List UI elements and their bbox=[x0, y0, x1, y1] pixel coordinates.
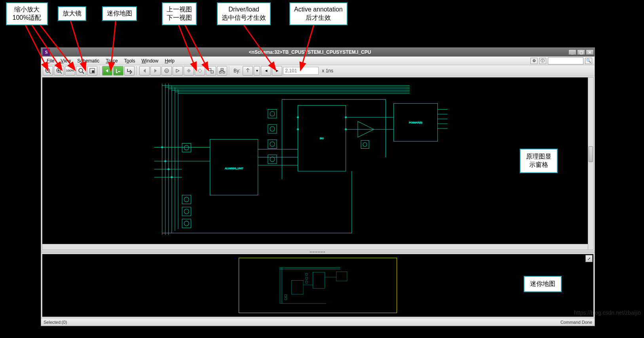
svg-rect-19 bbox=[92, 70, 94, 73]
callout-text: 迷你地图 bbox=[107, 10, 132, 17]
vertical-scrollbar[interactable] bbox=[588, 77, 593, 249]
callout-schematic-pane: 原理图显 示窗格 bbox=[520, 149, 558, 173]
svg-point-93 bbox=[345, 128, 347, 130]
window-controls: _ ▢ ✕ bbox=[568, 49, 594, 55]
magnifier-button[interactable] bbox=[76, 66, 86, 76]
menu-trace[interactable]: Trace bbox=[103, 57, 121, 64]
status-left: Selected:(0) bbox=[44, 320, 67, 325]
arrow-left-up-icon bbox=[104, 68, 110, 74]
callout-text: 选中信号才生效 bbox=[222, 14, 266, 22]
callout-text: 100%适配 bbox=[11, 14, 43, 22]
menu-tools[interactable]: Tools bbox=[121, 57, 138, 64]
step-back-button[interactable]: ◄ bbox=[261, 66, 271, 76]
prev-view-button[interactable] bbox=[139, 66, 150, 76]
app-icon: S bbox=[43, 49, 50, 56]
callout-views: 上一视图 下一视图 bbox=[162, 2, 197, 25]
group-icon bbox=[208, 68, 214, 74]
horizontal-scrollbar[interactable] bbox=[42, 244, 588, 249]
callout-text: 上一视图 bbox=[167, 6, 192, 14]
minimize-button[interactable]: _ bbox=[568, 49, 576, 55]
svg-point-46 bbox=[184, 209, 189, 214]
svg-point-42 bbox=[184, 145, 189, 150]
group-button[interactable] bbox=[206, 66, 216, 76]
info-icon[interactable]: ⓘ bbox=[539, 58, 546, 64]
minimap-expand-button[interactable]: ⤢ bbox=[585, 255, 593, 262]
svg-line-17 bbox=[82, 72, 84, 74]
diamond-down-icon bbox=[197, 68, 203, 74]
zoom-100-button[interactable]: 100% bbox=[65, 66, 75, 76]
hierarchy-down-icon bbox=[115, 68, 122, 74]
menu-view[interactable]: View bbox=[57, 57, 74, 64]
svg-point-64 bbox=[270, 157, 275, 162]
svg-point-92 bbox=[345, 117, 347, 118]
step-fwd-button[interactable]: ► bbox=[272, 66, 282, 76]
svg-rect-63 bbox=[268, 155, 277, 164]
minimap-viewport[interactable] bbox=[239, 258, 397, 313]
pane-splitter[interactable] bbox=[41, 251, 595, 253]
time-input[interactable] bbox=[283, 67, 319, 75]
time-unit-label: x 1ns bbox=[319, 68, 336, 74]
maximize-button[interactable]: ▢ bbox=[577, 49, 585, 55]
svg-rect-43 bbox=[182, 195, 191, 204]
callout-driver: Driver/load 选中信号才生效 bbox=[217, 2, 271, 25]
annotation-icon bbox=[245, 68, 251, 74]
callout-text: 下一视图 bbox=[167, 14, 192, 22]
menu-window[interactable]: Window bbox=[138, 57, 161, 64]
trace-load-button[interactable] bbox=[173, 66, 183, 76]
zoom-in-icon bbox=[56, 68, 62, 74]
menu-schematic[interactable]: Schematic bbox=[74, 57, 103, 64]
schematic-drawing: ALU&REG_UNIT bbox=[42, 77, 593, 241]
menu-file[interactable]: File bbox=[44, 57, 57, 64]
gear-icon[interactable]: ⚙ bbox=[530, 58, 538, 64]
svg-rect-22 bbox=[209, 68, 211, 71]
callout-text: 后才生效 bbox=[294, 14, 343, 22]
svg-point-90 bbox=[297, 117, 299, 118]
svg-text:ALU&REG_UNIT: ALU&REG_UNIT bbox=[225, 167, 243, 170]
minimap-toggle-button[interactable] bbox=[87, 66, 97, 76]
svg-rect-23 bbox=[211, 71, 213, 73]
svg-point-44 bbox=[184, 197, 189, 202]
hier-button[interactable] bbox=[217, 66, 227, 76]
callout-text: 缩小放大 bbox=[11, 6, 43, 14]
svg-rect-47 bbox=[182, 219, 191, 228]
app-window: S <nSchema:32>TB_CPUSYSTEM.I_CPUSYSTEM.I… bbox=[41, 47, 595, 326]
hierarchy-icon bbox=[219, 68, 225, 74]
svg-point-62 bbox=[270, 142, 275, 146]
callout-text: Active annotation bbox=[294, 6, 343, 14]
search-icon[interactable]: 🔍 bbox=[585, 58, 592, 64]
svg-rect-61 bbox=[268, 140, 277, 148]
nav-up-button[interactable] bbox=[102, 66, 112, 76]
svg-point-87 bbox=[165, 161, 166, 162]
menu-help[interactable]: Help bbox=[161, 57, 178, 64]
svg-rect-67 bbox=[361, 140, 369, 148]
nav-step-button[interactable] bbox=[124, 66, 135, 76]
trace-driver-button[interactable]: D bbox=[161, 66, 172, 76]
callout-text: 原理图显 bbox=[526, 153, 551, 161]
load-icon bbox=[175, 68, 181, 74]
close-button[interactable]: ✕ bbox=[586, 49, 594, 55]
annotation-dropdown[interactable] bbox=[243, 66, 253, 76]
callout-text: 示窗格 bbox=[526, 161, 551, 169]
svg-text:D: D bbox=[165, 69, 168, 73]
anno-up-button[interactable] bbox=[184, 66, 194, 76]
svg-rect-45 bbox=[182, 207, 191, 216]
dropdown-arrow[interactable]: ▾ bbox=[254, 66, 260, 76]
callout-text: 迷你地图 bbox=[530, 280, 555, 287]
nav-down-button[interactable] bbox=[113, 66, 123, 76]
schematic-pane[interactable]: ALU&REG_UNIT bbox=[42, 77, 594, 250]
statusbar: Selected:(0) Command Done bbox=[41, 318, 595, 326]
svg-rect-59 bbox=[268, 125, 277, 133]
menubar-right-tools: ⚙ ⓘ 🔍 bbox=[530, 57, 592, 64]
next-view-button[interactable] bbox=[150, 66, 161, 76]
svg-text:BIU: BIU bbox=[320, 137, 324, 140]
minimap-pane[interactable]: 迷你地图 ⤢ bbox=[42, 254, 594, 317]
callout-annotation: Active annotation 后才生效 bbox=[289, 2, 348, 25]
anno-down-button[interactable] bbox=[195, 66, 205, 76]
zoom-out-button[interactable] bbox=[43, 66, 53, 76]
svg-line-13 bbox=[60, 72, 62, 74]
search-input[interactable] bbox=[548, 57, 583, 64]
svg-rect-25 bbox=[219, 72, 221, 73]
zoom-out-icon bbox=[45, 68, 51, 74]
status-right: Command Done bbox=[560, 320, 592, 325]
zoom-in-button[interactable] bbox=[54, 66, 64, 76]
